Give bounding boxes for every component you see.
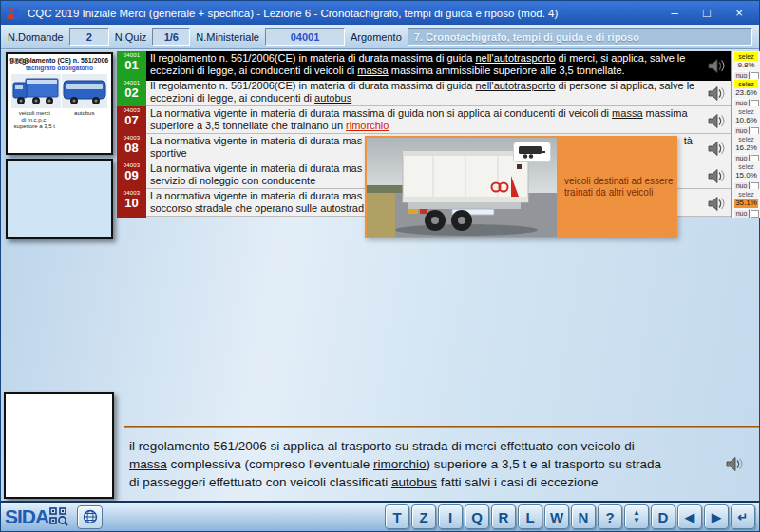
sida-logo-text: SIDA	[5, 505, 48, 528]
minimize-button[interactable]: –	[664, 4, 685, 23]
quiz-toolbar: N.Domande 2 N.Quiz 1/6 N.Ministeriale 04…	[1, 25, 759, 49]
selection-stats-cell: selez15.0%nuo	[731, 162, 760, 191]
selez-label: selez	[734, 162, 758, 171]
question-number-badge: 0400102	[117, 79, 146, 108]
app-icon	[7, 7, 21, 20]
nministeriale-label: N.Ministeriale	[196, 31, 259, 43]
bus-caption: autobus	[60, 110, 110, 130]
next-button[interactable]: ▶	[704, 504, 729, 529]
bottom-toolbar: SIDA	[1, 501, 759, 531]
key-button-l[interactable]: L	[518, 504, 542, 529]
bus-image	[62, 74, 107, 109]
orange-divider	[124, 426, 759, 428]
explanation-text: il regolamento 561/2006 si applica al tr…	[129, 437, 733, 491]
close-button[interactable]: ×	[729, 4, 750, 23]
speaker-icon[interactable]	[698, 189, 731, 218]
nquiz-field[interactable]: 1/6	[152, 28, 190, 46]
selection-stats-cell: selez16.2%nuo	[731, 134, 760, 163]
nuo-button[interactable]: nuo	[733, 209, 750, 218]
question-row[interactable]: 0400307La normativa vigente in materia d…	[117, 106, 760, 134]
maximize-button[interactable]: □	[696, 4, 717, 23]
question-number: 09	[124, 169, 138, 182]
key-buttons: TZIQRLWN?▲▼D◀▶↵	[385, 504, 755, 529]
question-number: 08	[124, 142, 138, 155]
question-row[interactable]: 0400101Il regolamento n. 561/2006(CE) in…	[117, 51, 760, 79]
titlebar: CQC 2019 Iniziale Merci (generale + spec…	[1, 1, 759, 25]
key-button-r[interactable]: R	[491, 504, 516, 529]
key-button-d[interactable]: D	[651, 504, 675, 529]
ndomande-label: N.Domande	[8, 31, 64, 43]
nuo-checkbox[interactable]	[750, 210, 759, 218]
selez-label: selez	[734, 80, 758, 88]
ndomande-field[interactable]: 2	[69, 28, 109, 46]
truck-caption: veicoli merci di m.c.p.c. superiore a 3,…	[10, 110, 60, 130]
spinner-down-icon[interactable]: ▼	[633, 517, 640, 524]
key-button-i[interactable]: I	[438, 504, 463, 529]
trailer-photo	[367, 138, 557, 237]
selection-stats-cell: selez10.6%nuo	[731, 106, 760, 136]
image-tooltip: veicoli destinati ad essere trainati da …	[365, 136, 677, 238]
selez-percentage: 10.6%	[734, 116, 758, 125]
question-row[interactable]: 0400102Il regolamento n. 561/2006(CE) in…	[117, 79, 760, 106]
truck-image	[11, 74, 61, 109]
question-number: 07	[124, 114, 138, 127]
trailer-icon	[513, 142, 551, 162]
speaker-icon[interactable]	[698, 134, 731, 163]
question-number: 01	[124, 59, 138, 72]
selez-label: selez	[734, 52, 758, 61]
key-button-w[interactable]: W	[544, 504, 569, 529]
question-number-badge: 0400309	[117, 162, 146, 191]
question-number-badge: 0400307	[117, 106, 146, 136]
main-area: 9806 Il regolamento (CE) n. 561/2006 tac…	[1, 50, 759, 501]
window-title: CQC 2019 Iniziale Merci (generale + spec…	[28, 8, 657, 19]
explanation-speaker-icon[interactable]	[723, 456, 743, 476]
nministeriale-field[interactable]: 04001	[265, 28, 345, 46]
empty-panel-bottom	[4, 392, 114, 499]
enter-button[interactable]: ↵	[731, 504, 755, 529]
argomento-label: Argomento	[351, 31, 402, 43]
selez-label: selez	[734, 190, 758, 199]
speaker-icon[interactable]	[698, 79, 731, 108]
speaker-icon[interactable]	[698, 106, 731, 136]
spinner-button[interactable]: ▲▼	[624, 504, 649, 529]
key-button-t[interactable]: T	[385, 504, 409, 529]
question-number-badge: 0400308	[117, 134, 146, 163]
selez-label: selez	[734, 107, 758, 116]
nquiz-label: N.Quiz	[115, 31, 147, 43]
prev-button[interactable]: ◀	[677, 504, 702, 529]
empty-panel-top	[6, 159, 113, 239]
argomento-field[interactable]: 7. Cronotachigrafo, tempi di guida e di …	[408, 28, 752, 46]
selection-stats-cell: selez35.1%nuo	[731, 189, 760, 218]
key-button-q[interactable]: Q	[465, 504, 489, 529]
speaker-icon[interactable]	[698, 162, 731, 191]
selez-percentage: 23.6%	[734, 88, 758, 98]
selection-stats-cell: selez23.6%nuo	[731, 79, 760, 108]
question-number-badge: 0400310	[117, 189, 146, 218]
app-window: CQC 2019 Iniziale Merci (generale + spec…	[0, 0, 760, 532]
selez-percentage: 15.0%	[734, 171, 758, 180]
question-text: La normativa vigente in materia di durat…	[146, 106, 698, 136]
selez-label: selez	[734, 135, 758, 143]
figure-card: 9806 Il regolamento (CE) n. 561/2006 tac…	[6, 52, 113, 155]
speaker-icon[interactable]	[698, 51, 731, 81]
tooltip-caption: veicoli destinati ad essere trainati da …	[559, 136, 677, 238]
key-button-n[interactable]: N	[571, 504, 596, 529]
selez-percentage: 9.8%	[734, 61, 758, 70]
question-number: 02	[124, 86, 138, 100]
question-text: Il regolamento n. 561/2006(CE) in materi…	[146, 51, 698, 81]
globe-button[interactable]	[77, 505, 103, 529]
question-text: Il regolamento n. 561/2006(CE) in materi…	[146, 79, 698, 108]
key-button-help[interactable]: ?	[598, 504, 622, 529]
key-button-z[interactable]: Z	[411, 504, 436, 529]
qr-code-icon	[49, 507, 68, 526]
selez-percentage: 35.1%	[734, 199, 758, 208]
sida-logo: SIDA	[5, 505, 103, 529]
figure-subtitle: tachigrafo obbligatorio	[8, 65, 111, 71]
selez-percentage: 16.2%	[734, 143, 758, 153]
selection-stats-cell: selez9.8%nuo	[731, 51, 760, 81]
question-number: 10	[124, 197, 138, 210]
question-number-badge: 0400101	[117, 51, 146, 81]
figure-number: 9806	[10, 56, 28, 66]
